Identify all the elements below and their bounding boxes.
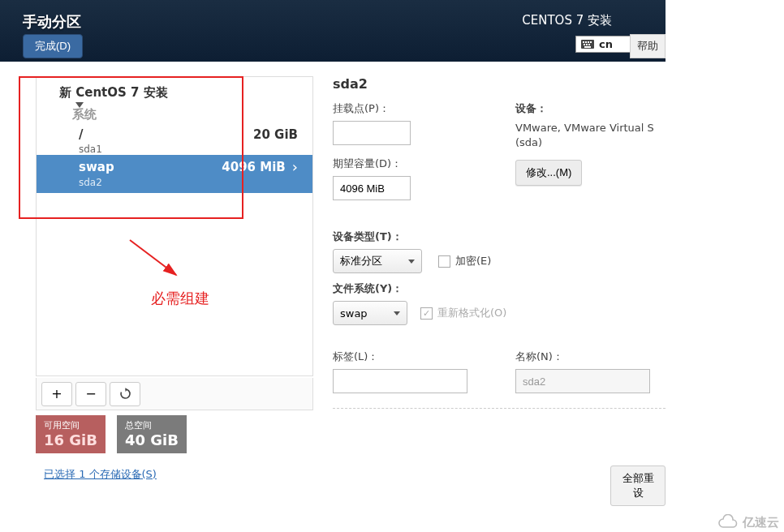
keyboard-layout-code: cn [599, 38, 613, 50]
main-content: 新 CentOS 7 安装 系统 / 20 GiB sda1 swap 4096… [0, 62, 666, 495]
partition-tree-pane: 新 CentOS 7 安装 系统 / 20 GiB sda1 swap 4096… [36, 76, 313, 376]
label-field-label: 标签(L)： [333, 350, 483, 364]
partition-size: 20 GiB [253, 127, 298, 142]
device-label: 设备： [515, 101, 666, 116]
partition-row-swap[interactable]: swap 4096 MiB › sda2 [37, 155, 312, 193]
available-space-box: 可用空间 16 GiB [36, 415, 106, 453]
storage-devices-link[interactable]: 已选择 1 个存储设备(S) [44, 467, 157, 482]
chevron-down-icon [394, 311, 400, 315]
watermark-text: 亿速云 [743, 515, 779, 530]
partition-mount: / [79, 127, 83, 142]
remove-partition-button[interactable]: − [75, 382, 106, 406]
watermark: 亿速云 [717, 514, 779, 530]
tree-caret-icon[interactable] [75, 102, 84, 108]
device-type-label: 设备类型(T)： [333, 230, 666, 244]
svg-rect-7 [588, 44, 590, 45]
desired-capacity-input[interactable] [333, 176, 411, 200]
partition-details-pane: sda2 挂载点(P)： 期望容量(D)： 设备： VMware, VMware… [333, 76, 666, 420]
mount-point-label: 挂载点(P)： [333, 101, 483, 116]
installer-title: CENTOS 7 安装 [522, 13, 612, 28]
name-input [515, 369, 650, 393]
encrypt-checkbox-row[interactable]: 加密(E) [438, 254, 491, 268]
desired-capacity-label: 期望容量(D)： [333, 157, 483, 171]
available-space-label: 可用空间 [44, 419, 97, 431]
label-input[interactable] [333, 369, 467, 393]
svg-rect-6 [586, 44, 588, 45]
encrypt-checkbox[interactable] [438, 255, 450, 268]
chevron-right-icon: › [292, 158, 298, 175]
add-partition-button[interactable]: + [41, 382, 72, 406]
details-title: sda2 [333, 76, 666, 92]
svg-rect-5 [584, 44, 585, 45]
tree-root-label[interactable]: 新 CentOS 7 安装 [37, 77, 312, 104]
partition-mount: swap [79, 160, 114, 174]
svg-rect-3 [588, 41, 589, 43]
reformat-label: 重新格式化(O) [437, 306, 506, 320]
partition-toolbar: + − [36, 378, 313, 410]
total-space-label: 总空间 [125, 419, 179, 431]
total-space-box: 总空间 40 GiB [117, 415, 187, 453]
svg-rect-4 [590, 41, 592, 43]
filesystem-dropdown[interactable]: swap [333, 301, 407, 325]
svg-rect-1 [583, 41, 584, 43]
svg-rect-8 [584, 46, 591, 48]
partition-device: sda1 [37, 144, 312, 155]
reformat-checkbox: ✓ [420, 307, 433, 320]
done-button[interactable]: 完成(D) [23, 34, 83, 58]
device-type-value: 标准分区 [340, 254, 382, 268]
keyboard-layout-selector[interactable]: cn [575, 36, 631, 53]
encrypt-label: 加密(E) [455, 254, 491, 268]
modify-device-button[interactable]: 修改...(M) [515, 160, 582, 186]
available-space-value: 16 GiB [44, 431, 97, 448]
name-field-label: 名称(N)： [515, 350, 666, 364]
cloud-icon [717, 514, 739, 530]
keyboard-icon [581, 40, 594, 49]
filesystem-value: swap [340, 307, 368, 320]
separator [333, 408, 666, 409]
filesystem-label: 文件系统(Y)： [333, 281, 666, 296]
partition-device: sda2 [37, 177, 312, 193]
total-space-value: 40 GiB [125, 431, 179, 448]
reformat-checkbox-row: ✓ 重新格式化(O) [420, 306, 506, 320]
device-type-dropdown[interactable]: 标准分区 [333, 249, 422, 273]
header-bar: 手动分区 完成(D) CENTOS 7 安装 cn 帮助 [0, 0, 666, 62]
reload-icon [119, 388, 131, 400]
page-title: 手动分区 [23, 12, 81, 32]
mount-point-input[interactable] [333, 121, 411, 145]
reload-button[interactable] [110, 382, 140, 406]
space-summary: 可用空间 16 GiB 总空间 40 GiB [36, 415, 187, 453]
chevron-down-icon [408, 260, 415, 264]
device-text: VMware, VMware Virtual S (sda) [515, 121, 666, 150]
partition-size: 4096 MiB [222, 160, 285, 174]
help-button[interactable]: 帮助 [630, 34, 666, 58]
reset-all-button[interactable]: 全部重设 [610, 466, 666, 506]
partition-row-root[interactable]: / 20 GiB sda1 [37, 124, 312, 155]
svg-rect-2 [585, 41, 587, 43]
